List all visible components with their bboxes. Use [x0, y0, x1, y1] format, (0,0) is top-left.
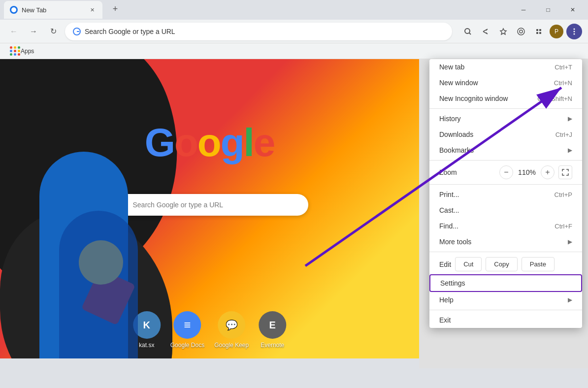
close-button[interactable]: ✕	[561, 2, 584, 18]
edit-label: Edit	[439, 260, 451, 268]
menu-item-bookmarks-label: Bookmarks	[439, 146, 474, 154]
svg-point-6	[520, 30, 523, 33]
svg-point-13	[574, 33, 575, 34]
apps-label: Apps	[21, 48, 34, 55]
svg-marker-4	[500, 29, 506, 34]
menu-item-more-tools[interactable]: More tools ▶	[429, 234, 582, 250]
menu-item-cast-label: Cast...	[439, 206, 459, 214]
chrome-icon[interactable]	[513, 24, 529, 39]
menu-item-find[interactable]: Find... Ctrl+F	[429, 218, 582, 234]
cut-button[interactable]: Cut	[455, 257, 482, 271]
menu-item-downloads-shortcut: Ctrl+J	[555, 131, 572, 138]
new-tab-button[interactable]: +	[108, 2, 122, 16]
active-tab[interactable]: New Tab ✕	[4, 1, 102, 19]
zoom-value: 110%	[517, 168, 537, 176]
menu-item-settings-label: Settings	[440, 279, 465, 287]
menu-divider-2	[429, 160, 582, 161]
svg-line-3	[469, 32, 471, 34]
menu-item-exit[interactable]: Exit	[429, 312, 582, 328]
google-g-icon	[73, 28, 81, 35]
menu-item-incognito-shortcut: Ctrl+Shift+N	[537, 95, 572, 102]
menu-item-help-arrow: ▶	[568, 296, 572, 303]
more-menu-button[interactable]	[566, 24, 582, 39]
zoom-controls: − 110% +	[499, 165, 572, 179]
shortcut-evernote-label: Evernote	[261, 342, 284, 349]
menu-item-downloads-label: Downloads	[439, 130, 473, 138]
menu-item-incognito[interactable]: New Incognito window Ctrl+Shift+N	[429, 91, 582, 106]
minimize-button[interactable]: ─	[512, 2, 535, 18]
menu-item-bookmarks[interactable]: Bookmarks ▶	[429, 142, 582, 158]
menu-divider-5	[429, 310, 582, 310]
shortcut-google-keep[interactable]: 💬 Google Keep	[214, 311, 249, 349]
back-button[interactable]: ←	[6, 24, 22, 39]
copy-button[interactable]: Copy	[486, 257, 517, 271]
menu-item-downloads[interactable]: Downloads Ctrl+J	[429, 127, 582, 142]
zoom-plus-button[interactable]: +	[541, 165, 555, 179]
bookmark-star-icon[interactable]	[495, 24, 511, 39]
menu-item-new-tab-shortcut: Ctrl+T	[555, 64, 572, 71]
menu-item-history-arrow: ▶	[568, 115, 572, 122]
new-tab-page: Google Search Google or type a URL K kat…	[0, 59, 419, 358]
svg-point-0	[11, 7, 16, 12]
menu-item-new-tab[interactable]: New tab Ctrl+T	[429, 59, 582, 75]
window-controls: ─ □ ✕	[512, 2, 584, 18]
toolbar-icons: P	[460, 24, 582, 39]
search-box[interactable]: Search Google or type a URL	[111, 194, 308, 216]
shortcut-evernote-icon: E	[259, 311, 286, 339]
paste-button[interactable]: Paste	[522, 257, 555, 271]
url-bar[interactable]: Search Google or type a URL	[65, 23, 452, 40]
zoom-expand-icon	[562, 169, 569, 176]
browser-window: New Tab ✕ + ─ □ ✕ ← → ↻ Search Google or…	[0, 0, 588, 388]
restore-button[interactable]: □	[537, 2, 559, 18]
edit-row: Edit Cut Copy Paste	[429, 254, 582, 274]
google-logo: Google	[145, 120, 275, 165]
menu-item-more-tools-arrow: ▶	[568, 238, 572, 245]
menu-item-help-label: Help	[439, 296, 454, 304]
tab-favicon	[10, 6, 18, 14]
tab-close-button[interactable]: ✕	[88, 5, 97, 14]
zoom-minus-button[interactable]: −	[499, 165, 513, 179]
apps-bookmark[interactable]: Apps	[6, 44, 38, 58]
zoom-label: Zoom	[439, 168, 499, 176]
apps-grid-icon	[10, 46, 19, 56]
menu-item-settings[interactable]: Settings	[429, 274, 582, 292]
menu-item-exit-label: Exit	[439, 316, 451, 324]
menu-item-incognito-label: New Incognito window	[439, 95, 508, 102]
shortcut-evernote[interactable]: E Evernote	[259, 311, 286, 349]
menu-item-find-label: Find...	[439, 222, 458, 230]
profile-avatar: P	[550, 25, 563, 38]
svg-rect-8	[539, 29, 541, 31]
zoom-expand-button[interactable]	[558, 165, 572, 179]
svg-rect-7	[536, 29, 538, 31]
profile-icon[interactable]: P	[549, 24, 564, 39]
shortcut-katsx-label: kat.sx	[139, 342, 154, 349]
svg-point-11	[574, 28, 575, 30]
menu-item-new-window-label: New window	[439, 79, 478, 87]
menu-item-print-shortcut: Ctrl+P	[555, 191, 572, 198]
url-text: Search Google or type a URL	[85, 28, 444, 35]
shortcut-google-docs-icon: ≡	[173, 311, 201, 339]
menu-item-new-window[interactable]: New window Ctrl+N	[429, 75, 582, 91]
share-icon[interactable]	[478, 24, 493, 39]
forward-button[interactable]: →	[26, 24, 41, 39]
address-bar: ← → ↻ Search Google or type a URL	[0, 20, 588, 43]
svg-rect-9	[536, 32, 538, 34]
zoom-row: Zoom − 110% +	[429, 162, 582, 182]
shortcut-google-keep-label: Google Keep	[214, 342, 249, 349]
menu-divider-1	[429, 108, 582, 109]
menu-item-find-shortcut: Ctrl+F	[555, 223, 572, 230]
shortcuts-bar: K kat.sx ≡ Google Docs 💬 Google Keep E E…	[133, 311, 286, 349]
extensions-icon[interactable]	[531, 24, 547, 39]
svg-rect-10	[539, 32, 541, 34]
title-bar: New Tab ✕ + ─ □ ✕	[0, 0, 588, 20]
menu-item-cast[interactable]: Cast...	[429, 202, 582, 218]
tab-title: New Tab	[22, 6, 84, 14]
menu-item-help[interactable]: Help ▶	[429, 292, 582, 308]
menu-item-history[interactable]: History ▶	[429, 111, 582, 127]
blue-figure-2	[59, 211, 138, 358]
reload-button[interactable]: ↻	[45, 24, 61, 39]
shortcut-google-docs[interactable]: ≡ Google Docs	[170, 311, 204, 349]
search-icon[interactable]	[460, 24, 476, 39]
menu-item-print[interactable]: Print... Ctrl+P	[429, 187, 582, 202]
bookmarks-bar: Apps	[0, 43, 588, 59]
